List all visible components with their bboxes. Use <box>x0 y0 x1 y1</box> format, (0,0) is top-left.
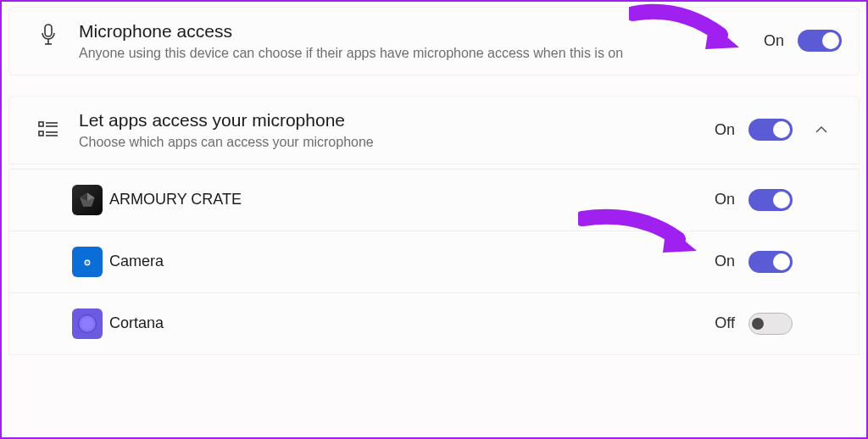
app-row-cortana[interactable]: Cortana Off <box>8 292 860 355</box>
microphone-icon <box>25 19 72 48</box>
svg-rect-0 <box>45 25 52 36</box>
app-cortana-toggle[interactable] <box>748 313 793 335</box>
cortana-icon <box>72 308 103 339</box>
camera-icon <box>72 247 103 277</box>
let-apps-access-subtitle: Choose which apps can access your microp… <box>79 133 706 152</box>
app-name-label: Cortana <box>109 314 706 332</box>
app-row-armoury-crate[interactable]: ARMOURY CRATE On <box>8 169 860 231</box>
svg-rect-15 <box>84 256 88 258</box>
app-toggle-status: On <box>706 253 735 270</box>
svg-rect-3 <box>39 122 43 126</box>
let-apps-access-title: Let apps access your microphone <box>79 108 706 131</box>
app-toggle-status: Off <box>706 314 735 332</box>
microphone-access-toggle[interactable] <box>798 30 842 52</box>
microphone-access-row[interactable]: Microphone access Anyone using this devi… <box>8 7 860 75</box>
microphone-access-subtitle: Anyone using this device can choose if t… <box>79 44 755 63</box>
app-name-label: ARMOURY CRATE <box>109 191 706 208</box>
let-apps-access-row[interactable]: Let apps access your microphone Choose w… <box>8 96 860 164</box>
microphone-access-status: On <box>755 32 784 50</box>
microphone-access-title: Microphone access <box>79 19 755 42</box>
app-name-label: Camera <box>109 253 706 270</box>
let-apps-access-toggle[interactable] <box>748 119 793 141</box>
app-list: ARMOURY CRATE On Camera On Cortana Off <box>8 169 860 355</box>
list-icon <box>25 119 72 141</box>
app-toggle-status: On <box>706 191 735 208</box>
armoury-crate-icon <box>72 185 103 215</box>
app-armoury-crate-toggle[interactable] <box>748 189 793 211</box>
microphone-settings-panel: Microphone access Anyone using this devi… <box>2 2 866 360</box>
svg-rect-4 <box>39 131 43 136</box>
app-camera-toggle[interactable] <box>748 251 793 273</box>
app-row-camera[interactable]: Camera On <box>8 231 860 293</box>
chevron-up-icon[interactable] <box>801 123 842 136</box>
let-apps-access-status: On <box>706 121 735 139</box>
